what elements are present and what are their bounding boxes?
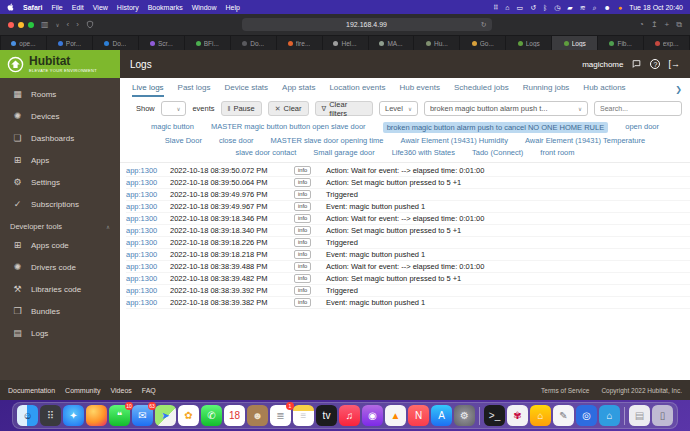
browser-tab[interactable]: Fib... <box>598 36 643 50</box>
status-icon[interactable]: ↺ <box>530 4 536 11</box>
filter-chip[interactable]: open door <box>625 122 659 133</box>
menubar-item[interactable]: View <box>93 4 108 11</box>
hubitat-logo[interactable]: Hubitat ELEVATE YOUR ENVIRONMENT <box>0 50 120 78</box>
sidebar-item[interactable]: ⊞ Apps code <box>0 234 120 256</box>
apple-menu-icon[interactable] <box>7 3 14 11</box>
logs-tab[interactable]: Running jobs <box>523 83 570 97</box>
filter-chip[interactable]: Awair Element (19431) Temperature <box>525 136 645 145</box>
dock-app[interactable]: ⌂ <box>530 405 551 426</box>
logs-tab[interactable]: App stats <box>282 83 315 97</box>
status-icon[interactable]: ⠿ <box>493 4 498 11</box>
browser-tab[interactable]: fire... <box>277 36 322 50</box>
browser-tab[interactable]: MA... <box>369 36 414 50</box>
app-link[interactable]: app:1300 <box>126 166 170 175</box>
new-tab-button[interactable]: + <box>665 20 670 29</box>
menubar-clock[interactable]: Tue 18 Oct 20:40 <box>629 4 683 11</box>
browser-tab[interactable]: Do... <box>231 36 276 50</box>
footer-link[interactable]: Documentation <box>8 387 55 394</box>
reload-icon[interactable]: ↻ <box>481 21 487 29</box>
status-icon[interactable]: ▭ <box>517 4 524 11</box>
menubar-item[interactable]: Safari <box>23 4 42 11</box>
logs-tab[interactable]: Device stats <box>224 83 268 97</box>
sidebar-item[interactable]: ⚒ Libraries code <box>0 278 120 300</box>
filter-chip[interactable]: Tado (Connect) <box>472 148 523 157</box>
dock-app[interactable]: ✉ 63 <box>132 405 153 426</box>
browser-tab[interactable]: Do... <box>93 36 138 50</box>
filter-chip[interactable]: Small garage door <box>313 148 374 157</box>
zoom-window-button[interactable] <box>28 22 34 28</box>
privacy-shield-icon[interactable] <box>86 20 94 29</box>
clear-filters-button[interactable]: ∇ Clear filters <box>315 101 373 116</box>
help-icon[interactable]: ? <box>650 59 660 69</box>
browser-tab[interactable]: exp... <box>644 36 689 50</box>
filter-chip[interactable]: Life360 with States <box>392 148 455 157</box>
app-link[interactable]: app:1300 <box>126 262 170 271</box>
dock-app[interactable]: ◎ <box>576 405 597 426</box>
app-link[interactable]: app:1300 <box>126 298 170 307</box>
dock-app[interactable]: ❝ 10 <box>109 405 130 426</box>
menubar-item[interactable]: Help <box>226 4 240 11</box>
app-link[interactable]: app:1300 <box>126 274 170 283</box>
dock-app[interactable]: A <box>431 405 452 426</box>
minimize-window-button[interactable] <box>18 22 24 28</box>
filter-chip[interactable]: broken magic button alarm push to cancel… <box>383 122 609 133</box>
dock-app[interactable]: ▲ <box>385 405 406 426</box>
app-link[interactable]: app:1300 <box>126 238 170 247</box>
more-tabs-chevron-icon[interactable]: ❯ <box>675 85 682 97</box>
sidebar-item[interactable]: ⊞ Apps <box>0 149 120 171</box>
footer-link[interactable]: FAQ <box>142 387 156 394</box>
app-link[interactable]: app:1300 <box>126 190 170 199</box>
browser-tab[interactable]: Logs <box>552 36 597 50</box>
sidebar-item[interactable]: ✺ Drivers code <box>0 256 120 278</box>
browser-tab[interactable]: Logs <box>506 36 551 50</box>
dock-app[interactable]: ✦ <box>63 405 84 426</box>
app-link[interactable]: app:1300 <box>126 226 170 235</box>
browser-tab[interactable]: Go... <box>460 36 505 50</box>
filter-chip[interactable]: close door <box>219 136 254 145</box>
developer-tools-header[interactable]: Developer tools ∧ <box>0 215 120 234</box>
filter-chip[interactable]: magic button <box>151 122 194 133</box>
browser-tab[interactable]: Scr... <box>139 36 184 50</box>
logs-tab[interactable]: Hub actions <box>583 83 625 97</box>
sidebar-chevron-icon[interactable]: ∨ <box>56 22 60 28</box>
pause-button[interactable]: ‖ Pause <box>221 101 262 116</box>
app-link[interactable]: app:1300 <box>126 178 170 187</box>
dock-app[interactable]: ⚙ <box>454 405 475 426</box>
browser-tab[interactable]: Hu... <box>414 36 459 50</box>
status-icon[interactable]: ◷ <box>554 4 560 11</box>
dock-app[interactable] <box>479 407 480 425</box>
browser-tab[interactable]: BFi... <box>185 36 230 50</box>
status-icon[interactable]: ≋ <box>580 4 586 11</box>
dock-app[interactable]: ⠿ <box>40 405 61 426</box>
app-link[interactable]: app:1300 <box>126 286 170 295</box>
app-link[interactable]: app:1300 <box>126 250 170 259</box>
status-icon[interactable]: ⌕ <box>593 4 597 11</box>
filter-chip[interactable]: slave door contact <box>235 148 296 157</box>
dock-app[interactable]: ✎ <box>553 405 574 426</box>
dock-app[interactable]: ≣ 1 <box>270 405 291 426</box>
show-count-select[interactable]: ∨ <box>161 101 187 116</box>
menubar-item[interactable]: Bookmarks <box>148 4 183 11</box>
filter-chip[interactable]: front room <box>540 148 574 157</box>
filter-select[interactable]: broken magic button alarm push t... ∨ <box>424 101 588 116</box>
filter-chip[interactable]: Slave Door <box>165 136 202 145</box>
dock-app[interactable]: ♫ <box>339 405 360 426</box>
dock-app[interactable]: 18 <box>224 405 245 426</box>
logs-tab[interactable]: Live logs <box>132 83 164 97</box>
username[interactable]: magichome <box>582 60 623 69</box>
dock-app[interactable]: N <box>408 405 429 426</box>
dock-app[interactable]: ⌂ <box>599 405 620 426</box>
dock-app[interactable]: tv <box>316 405 337 426</box>
status-icon[interactable]: ᛒ <box>543 4 547 11</box>
sidebar-toggle-icon[interactable]: ▥ <box>41 20 49 29</box>
close-window-button[interactable] <box>8 22 14 28</box>
back-button[interactable]: ‹ <box>67 20 70 29</box>
downloads-icon[interactable]: ◔ <box>639 20 644 29</box>
dock-app[interactable]: >_ <box>484 405 505 426</box>
dock-app[interactable]: ✿ <box>178 405 199 426</box>
filter-chip[interactable]: Awair Element (19431) Humidity <box>401 136 508 145</box>
logs-tab[interactable]: Location events <box>329 83 385 97</box>
clear-button[interactable]: ✕ Clear <box>268 101 309 116</box>
level-select[interactable]: Level ∨ <box>379 101 418 116</box>
logs-tab[interactable]: Hub events <box>399 83 439 97</box>
